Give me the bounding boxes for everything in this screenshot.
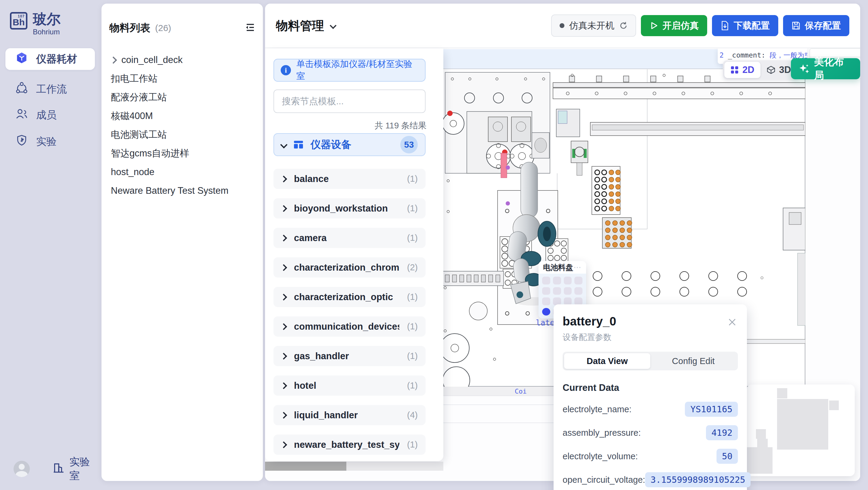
canvas-toolbar: 物料管理 仿真未开机 开启仿真 下载配置 (265, 4, 860, 48)
start-simulation-button[interactable]: 开启仿真 (641, 15, 707, 36)
tray-cell[interactable] (553, 297, 561, 305)
tray-cell[interactable] (542, 297, 550, 305)
data-key: electrolyte_name: (563, 404, 631, 414)
download-config-button[interactable]: 下载配置 (712, 15, 778, 36)
material-list-item[interactable]: coin_cell_deck (101, 51, 263, 69)
material-label: 配液分液工站 (111, 91, 167, 104)
template-group-liquid_handler[interactable]: liquid_handler(4) (274, 405, 426, 425)
category-count-badge: 53 (400, 136, 418, 153)
tray-cell[interactable] (564, 297, 572, 305)
data-value-pill: YS101165 (685, 402, 738, 417)
group-label: neware_battery_test_system (294, 439, 399, 450)
node-type-value: Coi (515, 387, 527, 395)
refresh-icon[interactable] (619, 21, 628, 30)
tray-cell-selected[interactable] (542, 308, 550, 316)
data-value-pill: 50 (716, 449, 738, 464)
grid-2d-icon (731, 66, 739, 74)
beautify-layout-button[interactable]: 美化布局 (791, 58, 860, 79)
sidebar-item-label: 成员 (36, 108, 57, 122)
status-dot-icon (560, 23, 564, 28)
lab-switcher[interactable]: 实验室 (52, 455, 100, 483)
chevron-right-icon[interactable] (110, 56, 117, 64)
template-group-camera[interactable]: camera(1) (274, 228, 426, 248)
tray-cell[interactable] (553, 287, 561, 295)
chevron-right-icon (280, 205, 287, 212)
category-instruments[interactable]: 仪器设备 53 (274, 133, 426, 156)
group-label: balance (294, 174, 329, 184)
user-avatar[interactable] (13, 461, 30, 477)
material-list-item[interactable]: host_node (101, 163, 263, 181)
tray-cell[interactable] (542, 287, 550, 295)
tray-title: 电池料盘 (543, 262, 573, 272)
template-group-characterization_optic[interactable]: characterization_optic(1) (274, 287, 426, 307)
result-count: 共 119 条结果 (375, 120, 427, 132)
simulation-status[interactable]: 仿真未开机 (551, 15, 636, 37)
tab-config-edit[interactable]: Config Edit (650, 353, 736, 369)
materials-list: coin_cell_deck扣电工作站配液分液工站核磁400M电池测试工站智达g… (101, 51, 263, 200)
workflow-icon (16, 82, 28, 96)
sidebar-item-label: 仪器耗材 (36, 52, 77, 66)
status-label: 仿真未开机 (569, 20, 614, 32)
template-group-characterization_chromatic[interactable]: characterization_chromatic(2) (274, 257, 426, 278)
view-2d-button[interactable]: 2D (724, 62, 761, 78)
group-count: (1) (407, 233, 418, 243)
battery-data-row: electrolyte_volume:50 (563, 449, 738, 464)
download-file-icon (720, 21, 730, 30)
data-key: assembly_pressure: (563, 428, 641, 438)
tray-cell[interactable] (575, 287, 583, 295)
group-count: (1) (407, 351, 418, 361)
close-icon[interactable] (727, 318, 737, 328)
sidebar-item-instruments[interactable]: 仪器耗材 (5, 48, 95, 70)
save-config-button[interactable]: 保存配置 (783, 15, 849, 36)
sidebar-item-label: 实验 (36, 135, 57, 149)
sidebar-item-members[interactable]: 成员 (5, 104, 95, 126)
template-group-communication_devices[interactable]: communication_devices(1) (274, 316, 426, 337)
table-row-divider (442, 404, 554, 405)
battery-tabs: Data View Config Edit (563, 352, 738, 370)
battery-subtitle: 设备配置参数 (563, 332, 738, 343)
material-list-item[interactable]: 配液分液工站 (101, 88, 263, 107)
chevron-right-icon (280, 441, 287, 448)
minimap[interactable] (747, 384, 855, 476)
more-menu-icon[interactable]: ⋯ (574, 266, 582, 269)
template-group-bioyond_workstation[interactable]: bioyond_workstation(1) (274, 198, 426, 219)
collapse-list-icon[interactable] (245, 23, 255, 33)
search-input[interactable] (274, 89, 426, 113)
chevron-right-icon (280, 323, 287, 330)
template-group-balance[interactable]: balance(1) (274, 169, 426, 189)
sidebar-item-experiments[interactable]: 实验 (5, 131, 95, 152)
template-group-hotel[interactable]: hotel(1) (274, 375, 426, 396)
battery-detail-panel: battery_0 设备配置参数 Data View Config Edit C… (554, 305, 747, 490)
group-count: (1) (407, 203, 418, 213)
save-icon (792, 21, 801, 30)
sidebar-item-workflow[interactable]: 工作流 (5, 78, 95, 100)
material-list-item[interactable]: Neware Battery Test System (101, 181, 263, 200)
material-list-item[interactable]: 智达gcms自动进样 (101, 144, 263, 163)
tray-cell[interactable] (542, 277, 550, 285)
material-list-item[interactable]: 扣电工作站 (101, 69, 263, 88)
hint-banner: i 单击模板添加仪器/耗材至实验室 (274, 59, 426, 82)
tray-cell[interactable] (564, 277, 572, 285)
material-list-item[interactable]: 电池测试工站 (101, 125, 263, 144)
group-label: characterization_optic (294, 292, 393, 302)
battery-data-rows: electrolyte_name:YS101165assembly_pressu… (563, 402, 738, 490)
material-list-item[interactable]: 核磁400M (101, 107, 263, 125)
chevron-down-icon (280, 141, 287, 148)
chevron-right-icon (280, 293, 287, 300)
tray-cell[interactable] (575, 277, 583, 285)
tab-data-view[interactable]: Data View (564, 353, 650, 369)
tray-cell[interactable] (553, 277, 561, 285)
template-group-gas_handler[interactable]: gas_handler(1) (274, 346, 426, 366)
group-label: hotel (294, 380, 316, 391)
tray-cell[interactable] (575, 297, 583, 305)
page-title-dropdown[interactable]: 物料管理 (276, 18, 336, 34)
data-key: electrolyte_volume: (563, 452, 638, 461)
template-panel: i 单击模板添加仪器/耗材至实验室 共 119 条结果 仪器设备 53 bala… (265, 48, 443, 461)
material-label: 扣电工作站 (111, 72, 157, 85)
template-group-neware_battery_test_system[interactable]: neware_battery_test_system(1) (274, 435, 426, 455)
building-icon (52, 461, 65, 477)
canvas-bottom-strip (346, 462, 443, 471)
brand-name-en: Bohrium (33, 28, 61, 36)
tray-cell[interactable] (564, 287, 572, 295)
material-label: host_node (111, 167, 155, 177)
